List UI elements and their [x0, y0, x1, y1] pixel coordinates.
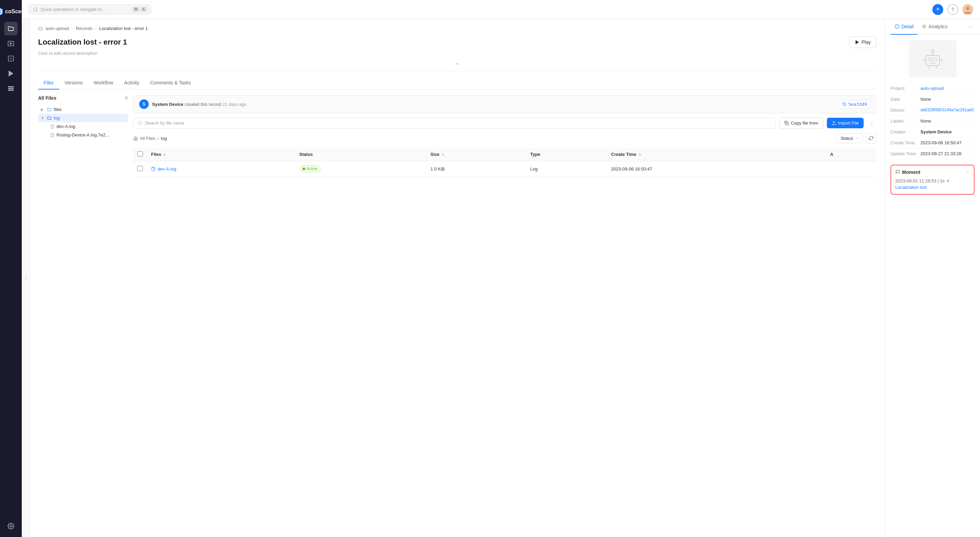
date-value: None	[920, 97, 931, 102]
right-panel: Detail Analytics ⋯	[885, 19, 980, 537]
table-header-row: Files ⇅ Status Size ⇅	[134, 148, 877, 161]
user-avatar[interactable]	[962, 4, 973, 15]
chevron-up-icon	[455, 61, 460, 67]
collapse-button[interactable]	[38, 60, 877, 68]
file-name-link[interactable]: dev-A.log	[151, 166, 291, 172]
svg-point-19	[924, 26, 925, 27]
path-all-files[interactable]: All Files	[140, 136, 156, 141]
right-panel-more-button[interactable]: ⋯	[967, 23, 975, 31]
select-all-checkbox[interactable]	[137, 151, 143, 156]
import-file-label: Import File	[838, 121, 859, 126]
breadcrumb-project[interactable]: auto-upload	[46, 26, 69, 31]
device-value[interactable]: ab632f65853140a7ac261ad3	[920, 108, 974, 112]
sort-size-icon: ⇅	[441, 153, 444, 156]
tabs: Files Versions Workflow Activity Comment…	[38, 76, 877, 89]
moment-title: Moment	[895, 169, 920, 175]
project-value[interactable]: auto-upload	[920, 86, 944, 91]
new-button[interactable]: +	[932, 4, 943, 15]
nav-settings-icon[interactable]	[4, 519, 18, 533]
tab-activity[interactable]: Activity	[119, 76, 145, 89]
copy-file-from-label: Copy file from	[791, 121, 818, 126]
help-button[interactable]: ?	[947, 4, 958, 15]
nav-folder-icon[interactable]	[4, 22, 18, 35]
import-file-button[interactable]: Import File	[827, 118, 864, 128]
kbd-cmd: ⌘	[132, 7, 140, 12]
tree-item-roslog[interactable]: Roslog-Device-A.log.7e2a9eda	[48, 131, 128, 139]
commit-author: System Device	[152, 102, 183, 107]
tree-item-dev-a-log[interactable]: dev-A.log	[48, 122, 128, 131]
svg-rect-21	[929, 58, 932, 61]
sort-files-icon: ⇅	[163, 153, 166, 156]
file-tree: All Files ≡ ▶ files ▼	[38, 95, 134, 177]
play-icon	[855, 40, 859, 45]
refresh-icon	[869, 136, 873, 140]
file-search-input[interactable]: Search by file name	[134, 117, 776, 129]
record-title: Localization lost - error 1	[38, 38, 127, 47]
tree-arrow-log: ▼	[41, 116, 45, 120]
eye-icon[interactable]: 👁	[946, 178, 950, 183]
moment-title-text: Moment	[902, 169, 920, 175]
moment-collapse-button[interactable]	[966, 169, 970, 175]
file-icon-dev-a	[50, 124, 54, 129]
table-row: dev-A.log Active	[134, 161, 877, 177]
moment-header: Moment	[895, 169, 970, 175]
nav-layers-icon[interactable]	[4, 82, 18, 95]
tab-comments-tasks[interactable]: Comments & Tasks	[145, 76, 196, 89]
tree-item-files[interactable]: ▶ files	[38, 105, 128, 114]
copy-icon	[842, 102, 846, 106]
tab-files[interactable]: Files	[38, 76, 59, 89]
file-content: S System Device created this record 21 d…	[134, 95, 877, 177]
tree-file-roslog: Roslog-Device-A.log.7e2a9eda	[56, 132, 111, 137]
header-files: Files ⇅	[147, 148, 295, 161]
refresh-button[interactable]	[865, 133, 877, 143]
global-search[interactable]: Quick operations or navigate to... ⌘ K	[29, 5, 151, 14]
update-time-value: 2023-09-27 21:33:26	[920, 151, 962, 156]
row-checkbox[interactable]	[137, 166, 143, 171]
svg-rect-14	[786, 123, 788, 125]
detail-row-create-time: Create Time: 2023-09-06 16:50:47	[891, 137, 975, 148]
tab-versions[interactable]: Versions	[59, 76, 89, 89]
commit-author-avatar: S	[139, 99, 149, 109]
detail-row-device: Device: ab632f65853140a7ac261ad3	[891, 105, 975, 116]
svg-point-11	[966, 7, 969, 10]
file-search-placeholder: Search by file name	[145, 121, 184, 126]
nav-video-icon[interactable]	[4, 37, 18, 50]
create-time-value: 2023-09-06 16:50:47	[920, 140, 962, 145]
date-label: Date:	[891, 97, 918, 102]
tree-file-dev-a: dev-A.log	[56, 124, 75, 129]
breadcrumb-records[interactable]: Records	[76, 26, 92, 31]
commit-hash[interactable]: 5ea33d9	[838, 100, 871, 108]
kbd-k: K	[141, 7, 147, 12]
tab-workflow[interactable]: Workflow	[88, 76, 118, 89]
right-tab-detail[interactable]: Detail	[891, 19, 918, 35]
file-tree-expand-icon[interactable]: ≡	[125, 95, 128, 101]
search-placeholder: Quick operations or navigate to...	[40, 7, 105, 12]
right-tab-analytics[interactable]: Analytics	[918, 19, 952, 35]
nav-tasks-icon[interactable]	[4, 52, 18, 65]
svg-point-25	[931, 50, 934, 53]
right-tab-analytics-label: Analytics	[929, 24, 948, 29]
record-description[interactable]: Click to edit record description	[38, 51, 877, 56]
header-actions: A	[826, 148, 877, 161]
analytics-icon	[922, 24, 927, 29]
tree-item-log[interactable]: ▼ log	[38, 114, 128, 122]
top-bar-right: + ?	[932, 4, 973, 15]
main-wrapper: Quick operations or navigate to... ⌘ K +…	[22, 0, 980, 537]
file-table: Files ⇅ Status Size ⇅	[134, 148, 877, 177]
nav-play-icon[interactable]	[4, 67, 18, 80]
record-header: Localization lost - error 1 Play	[38, 37, 877, 48]
detail-fields: Project: auto-upload Date: None Device: …	[885, 83, 980, 159]
copy-file-from-button[interactable]: Copy file from	[779, 117, 823, 129]
creator-value: System Device	[920, 129, 952, 134]
breadcrumb-current: Localization lost - error 1	[99, 26, 148, 31]
tree-label-files: files	[54, 107, 62, 112]
more-options-button[interactable]: ⋮	[867, 118, 877, 128]
play-button[interactable]: Play	[849, 37, 877, 48]
sidebar-toggle-button[interactable]	[22, 19, 30, 537]
project-label: Project:	[891, 86, 918, 91]
moment-name[interactable]: Localization lost	[895, 185, 970, 190]
status-select[interactable]: Status	[836, 134, 863, 143]
moment-time: 2023-09-01 11:28:53 | 1s 👁	[895, 178, 970, 183]
left-navigation: coScene	[0, 0, 22, 537]
logo-icon	[0, 7, 4, 16]
